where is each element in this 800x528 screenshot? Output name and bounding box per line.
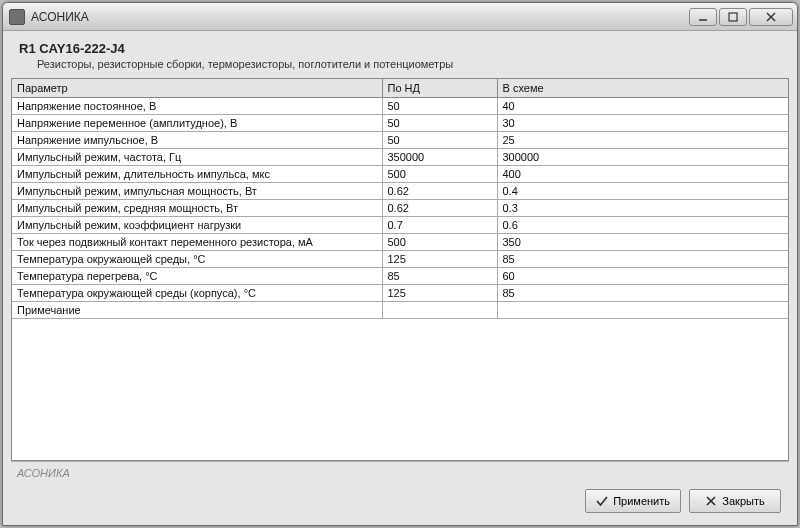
cell-scheme[interactable]: 0.6 (497, 216, 788, 233)
app-window: АСОНИКА R1 CAY16-222-J4 Резисторы, резис… (2, 2, 798, 526)
cell-nd[interactable]: 50 (382, 131, 497, 148)
window-controls (689, 8, 793, 26)
table-row[interactable]: Импульсный режим, частота, Гц35000030000… (12, 148, 788, 165)
cell-nd[interactable] (382, 301, 497, 318)
cell-nd[interactable]: 0.62 (382, 199, 497, 216)
cell-nd[interactable]: 85 (382, 267, 497, 284)
x-icon (705, 495, 717, 507)
table-row[interactable]: Импульсный режим, длительность импульса,… (12, 165, 788, 182)
cell-param[interactable]: Температура окружающей среды, °С (12, 250, 382, 267)
col-header-nd[interactable]: По НД (382, 79, 497, 97)
close-button-label: Закрыть (722, 495, 764, 507)
cell-param[interactable]: Температура перегрева, °С (12, 267, 382, 284)
statusbar: АСОНИКА (11, 461, 789, 483)
cell-nd[interactable]: 0.62 (382, 182, 497, 199)
cell-scheme[interactable]: 40 (497, 97, 788, 114)
item-title: R1 CAY16-222-J4 (19, 41, 781, 56)
table-row[interactable]: Ток через подвижный контакт переменного … (12, 233, 788, 250)
table-row[interactable]: Импульсный режим, средняя мощность, Вт0.… (12, 199, 788, 216)
cell-nd[interactable]: 500 (382, 233, 497, 250)
apply-button-label: Применить (613, 495, 670, 507)
cell-param[interactable]: Примечание (12, 301, 382, 318)
cell-scheme[interactable]: 350 (497, 233, 788, 250)
cell-param[interactable]: Импульсный режим, средняя мощность, Вт (12, 199, 382, 216)
cell-param[interactable]: Импульсный режим, длительность импульса,… (12, 165, 382, 182)
cell-scheme[interactable]: 60 (497, 267, 788, 284)
cell-param[interactable]: Ток через подвижный контакт переменного … (12, 233, 382, 250)
maximize-icon (728, 12, 738, 22)
table-row[interactable]: Напряжение переменное (амплитудное), В50… (12, 114, 788, 131)
cell-nd[interactable]: 50 (382, 97, 497, 114)
content-area: R1 CAY16-222-J4 Резисторы, резисторные с… (3, 31, 797, 525)
table-row[interactable]: Температура окружающей среды (корпуса), … (12, 284, 788, 301)
cell-param[interactable]: Импульсный режим, частота, Гц (12, 148, 382, 165)
apply-button[interactable]: Применить (585, 489, 681, 513)
cell-param[interactable]: Импульсный режим, импульсная мощность, В… (12, 182, 382, 199)
cell-nd[interactable]: 50 (382, 114, 497, 131)
col-header-param[interactable]: Параметр (12, 79, 382, 97)
cell-nd[interactable]: 500 (382, 165, 497, 182)
minimize-icon (698, 12, 708, 22)
cell-param[interactable]: Напряжение импульсное, В (12, 131, 382, 148)
header-block: R1 CAY16-222-J4 Резисторы, резисторные с… (11, 37, 789, 78)
cell-scheme[interactable]: 0.4 (497, 182, 788, 199)
titlebar[interactable]: АСОНИКА (3, 3, 797, 31)
table-row[interactable]: Температура перегрева, °С8560 (12, 267, 788, 284)
cell-nd[interactable]: 0.7 (382, 216, 497, 233)
cell-scheme[interactable]: 85 (497, 250, 788, 267)
cell-scheme[interactable]: 0.3 (497, 199, 788, 216)
app-icon (9, 9, 25, 25)
cell-nd[interactable]: 125 (382, 250, 497, 267)
cell-nd[interactable]: 350000 (382, 148, 497, 165)
cell-scheme[interactable]: 85 (497, 284, 788, 301)
cell-scheme[interactable]: 25 (497, 131, 788, 148)
close-icon (766, 12, 776, 22)
cell-scheme[interactable] (497, 301, 788, 318)
data-grid[interactable]: Параметр По НД В схеме Напряжение постоя… (11, 78, 789, 461)
table-row[interactable]: Импульсный режим, коэффициент нагрузки0.… (12, 216, 788, 233)
table-row[interactable]: Напряжение постоянное, В5040 (12, 97, 788, 114)
close-button[interactable]: Закрыть (689, 489, 781, 513)
cell-nd[interactable]: 125 (382, 284, 497, 301)
cell-scheme[interactable]: 300000 (497, 148, 788, 165)
cell-param[interactable]: Температура окружающей среды (корпуса), … (12, 284, 382, 301)
cell-param[interactable]: Импульсный режим, коэффициент нагрузки (12, 216, 382, 233)
cell-param[interactable]: Напряжение переменное (амплитудное), В (12, 114, 382, 131)
table-row[interactable]: Импульсный режим, импульсная мощность, В… (12, 182, 788, 199)
table-row[interactable]: Температура окружающей среды, °С12585 (12, 250, 788, 267)
status-text: АСОНИКА (17, 467, 70, 479)
svg-rect-1 (729, 13, 737, 21)
button-row: Применить Закрыть (11, 483, 789, 521)
window-title: АСОНИКА (31, 10, 689, 24)
item-subtitle: Резисторы, резисторные сборки, терморези… (19, 56, 781, 70)
table-row[interactable]: Примечание (12, 301, 788, 318)
check-icon (596, 495, 608, 507)
cell-scheme[interactable]: 400 (497, 165, 788, 182)
maximize-button[interactable] (719, 8, 747, 26)
minimize-button[interactable] (689, 8, 717, 26)
window-close-button[interactable] (749, 8, 793, 26)
cell-scheme[interactable]: 30 (497, 114, 788, 131)
grid-header-row: Параметр По НД В схеме (12, 79, 788, 97)
col-header-scheme[interactable]: В схеме (497, 79, 788, 97)
cell-param[interactable]: Напряжение постоянное, В (12, 97, 382, 114)
table-row[interactable]: Напряжение импульсное, В5025 (12, 131, 788, 148)
